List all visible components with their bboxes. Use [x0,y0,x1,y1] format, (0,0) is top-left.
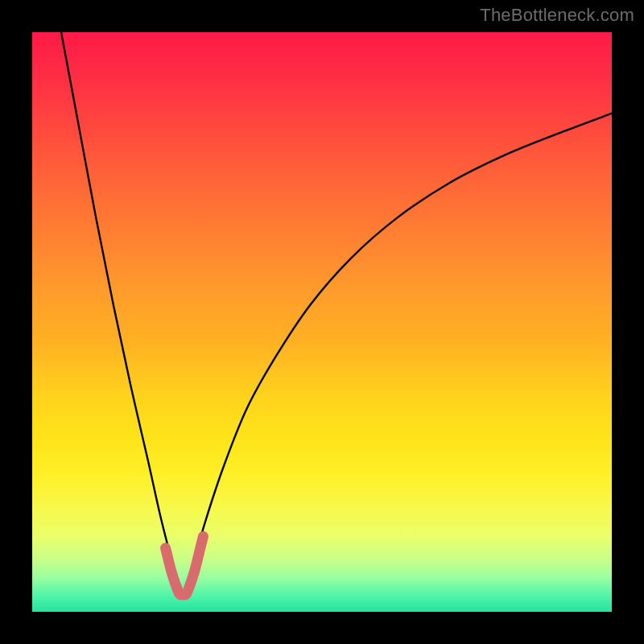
optimal-range-marker [166,536,204,595]
chart-frame: TheBottleneck.com [0,0,644,644]
bottleneck-curve [61,32,612,594]
watermark-text: TheBottleneck.com [480,5,634,26]
curve-svg [32,32,612,612]
plot-area [32,32,612,612]
